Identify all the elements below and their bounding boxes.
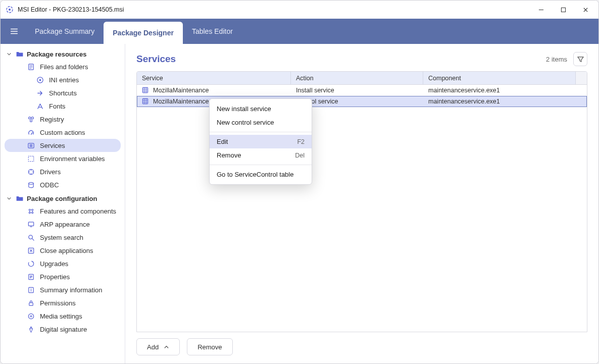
context-menu-label: Remove	[217, 151, 241, 159]
properties-icon	[27, 273, 35, 281]
drivers-icon	[27, 168, 35, 176]
sidebar-group-header-configuration[interactable]: Package configuration	[3, 192, 123, 204]
tab-package-designer[interactable]: Package Designer	[104, 22, 183, 44]
sidebar-item-fonts[interactable]: Fonts	[5, 99, 121, 113]
grid-icon	[142, 87, 149, 94]
table-body: MozillaMaintenance Install service maint…	[137, 85, 587, 332]
column-header-action[interactable]: Action	[291, 72, 423, 84]
close-window-button[interactable]	[574, 2, 596, 18]
minimize-button[interactable]	[530, 2, 552, 18]
registry-icon	[27, 115, 35, 123]
sidebar-item-ini[interactable]: INI entries	[5, 73, 121, 86]
sidebar-item-close-apps[interactable]: Close applications	[5, 244, 121, 257]
permissions-icon	[27, 299, 35, 307]
hamburger-menu-button[interactable]	[3, 19, 26, 44]
search-icon	[27, 233, 35, 241]
sidebar-item-shortcuts[interactable]: Shortcuts	[5, 86, 121, 99]
chevron-down-icon	[7, 51, 13, 57]
column-header-component[interactable]: Component	[423, 72, 576, 84]
sidebar: Package resources Files and folders INI …	[1, 44, 125, 363]
arp-icon	[27, 220, 35, 228]
sidebar-item-environment[interactable]: Environment variables	[5, 152, 121, 165]
sidebar-item-system-search[interactable]: System search	[5, 231, 121, 244]
context-menu-item-edit[interactable]: Edit F2	[210, 135, 312, 148]
maximize-button[interactable]	[552, 2, 574, 18]
sidebar-item-label: Media settings	[40, 313, 82, 320]
main-header: Services 2 items	[136, 50, 587, 71]
summary-icon	[27, 286, 35, 294]
tab-tables-editor[interactable]: Tables Editor	[183, 19, 242, 44]
sidebar-item-label: INI entries	[49, 76, 79, 84]
odbc-icon	[27, 181, 35, 189]
context-menu: New install service New control service …	[209, 98, 312, 185]
menubar: Package Summary Package Designer Tables …	[1, 19, 598, 44]
sidebar-item-permissions[interactable]: Permissions	[5, 296, 121, 309]
context-menu-label: Edit	[217, 138, 228, 145]
table-header: Service Action Component	[137, 72, 587, 85]
sidebar-item-registry[interactable]: Registry	[5, 113, 121, 126]
sidebar-item-custom-actions[interactable]: Custom actions	[5, 126, 121, 139]
app-window: MSI Editor - PKG-230213-154505.msi Packa…	[0, 0, 599, 364]
column-header-service[interactable]: Service	[137, 72, 291, 84]
remove-button-label: Remove	[197, 343, 222, 351]
sidebar-item-files[interactable]: Files and folders	[5, 60, 121, 73]
tab-package-summary[interactable]: Package Summary	[26, 19, 104, 44]
context-menu-item-new-install[interactable]: New install service	[210, 102, 312, 116]
features-icon	[27, 207, 35, 215]
sidebar-item-properties[interactable]: Properties	[5, 270, 121, 283]
add-button[interactable]: Add	[136, 338, 180, 355]
sidebar-item-label: Upgrades	[40, 260, 68, 268]
sidebar-item-label: Close applications	[40, 247, 93, 254]
sidebar-item-label: Features and components	[40, 207, 116, 215]
sidebar-group-configuration: Package configuration Features and compo…	[3, 192, 123, 336]
add-button-label: Add	[147, 343, 159, 351]
sidebar-item-media[interactable]: Media settings	[5, 309, 121, 323]
remove-button[interactable]: Remove	[187, 338, 232, 355]
sidebar-item-features[interactable]: Features and components	[5, 204, 121, 218]
sidebar-item-arp[interactable]: ARP appearance	[5, 218, 121, 231]
sidebar-item-label: System search	[40, 234, 83, 241]
context-menu-item-remove[interactable]: Remove Del	[210, 148, 312, 162]
signature-icon	[27, 325, 35, 333]
sidebar-item-upgrades[interactable]: Upgrades	[5, 257, 121, 270]
sidebar-item-label: Services	[40, 142, 65, 149]
sidebar-item-label: Drivers	[40, 168, 61, 176]
sidebar-group-label: Package configuration	[27, 195, 97, 202]
column-header-scroll-gutter	[576, 72, 587, 84]
services-table: Service Action Component MozillaMaintena…	[136, 71, 587, 332]
main-header-right: 2 items	[546, 52, 587, 66]
sidebar-item-odbc[interactable]: ODBC	[5, 178, 121, 191]
sidebar-item-services[interactable]: Services	[5, 139, 121, 152]
window-controls	[530, 2, 596, 18]
cell-service: MozillaMaintenance	[153, 87, 209, 94]
upgrades-icon	[27, 259, 35, 268]
sidebar-item-label: Custom actions	[40, 129, 85, 136]
sidebar-item-label: Fonts	[49, 102, 66, 110]
folder-icon	[16, 50, 24, 58]
titlebar-left: MSI Editor - PKG-230213-154505.msi	[6, 6, 124, 14]
sidebar-item-digital-signature[interactable]: Digital signature	[5, 323, 121, 336]
sidebar-item-summary-info[interactable]: Summary information	[5, 283, 121, 296]
chevron-down-icon	[7, 196, 13, 201]
folder-icon	[16, 194, 24, 202]
sidebar-item-label: ARP appearance	[40, 221, 90, 228]
context-menu-item-goto-table[interactable]: Go to ServiceControl table	[210, 168, 312, 181]
filter-icon	[577, 56, 584, 63]
grid-icon	[142, 98, 149, 105]
sidebar-group-header-resources[interactable]: Package resources	[3, 48, 123, 60]
context-menu-item-new-control[interactable]: New control service	[210, 116, 312, 129]
filter-button[interactable]	[573, 52, 587, 66]
cell-component: maintenanceservice.exe1	[428, 98, 500, 105]
main-tabs: Package Summary Package Designer Tables …	[26, 19, 242, 44]
table-row[interactable]: MozillaMaintenance Install service maint…	[137, 85, 587, 96]
titlebar: MSI Editor - PKG-230213-154505.msi	[1, 1, 598, 19]
sidebar-item-label: Summary information	[40, 286, 103, 294]
item-count-label: 2 items	[546, 56, 567, 63]
cell-component: maintenanceservice.exe1	[428, 87, 500, 94]
context-menu-separator	[210, 165, 312, 165]
ini-icon	[36, 76, 44, 84]
table-row[interactable]: MozillaMaintenance Control service maint…	[137, 96, 587, 107]
page-title: Services	[136, 54, 176, 65]
sidebar-item-drivers[interactable]: Drivers	[5, 165, 121, 178]
sidebar-item-label: Permissions	[40, 299, 76, 307]
